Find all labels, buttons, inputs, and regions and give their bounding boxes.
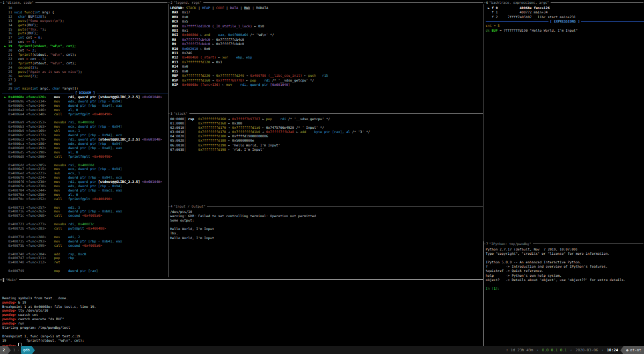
terminal-line: R10 0x602010 ← 0x0 [170, 47, 484, 51]
pane-border-vertical-right-top[interactable] [484, 4, 484, 241]
pane-backtrace-expressions[interactable]: ─6"backtrace, expressions, args" ► f 0 4… [484, 0, 644, 241]
terminal-line: 07:0038│ 0x7fffffffd198 ← 'rld, I'm Inpu… [170, 148, 484, 152]
pane-title-stack: ─3"stack" [168, 111, 484, 115]
terminal-line: 0x4006d5 <func+198> mov al, 0 [2, 150, 168, 154]
terminal-line: Breakpoint 1 at 0x40068e: file test.c, l… [2, 305, 484, 309]
terminal-line [486, 256, 644, 260]
terminal-line: 26 second(2); [2, 74, 168, 78]
disasm-code-content: 10 11 void func(int arg) { 12 char BUF[1… [0, 4, 168, 273]
border-dash: ─ [0, 278, 2, 282]
pane-input-output[interactable]: ─4"Input / Output" /dev/pts/10warning: G… [168, 204, 484, 277]
terminal-line: f 2 7ffff7a05b97 __libc_start_main+231 [486, 15, 644, 19]
terminal-line: 17 int cnt = 0; [2, 35, 168, 40]
host-icon: ● [626, 348, 628, 352]
terminal-line: 0x40070a <func+250> mov al, 0 [2, 193, 168, 197]
terminal-line: 24 second(3); [2, 65, 168, 70]
pane-number: 3 [171, 112, 173, 115]
terminal-line: Starting program: /tmp/pwndbg/test [2, 326, 484, 330]
terminal-line [2, 201, 168, 205]
terminal-line: /dev/pts/10 [170, 210, 484, 214]
terminal-line: Python 2.7.17 (default, Nov 7 2019, 10:0… [486, 247, 644, 252]
ipython-content: Python 2.7.17 (default, Nov 7 2019, 10:0… [484, 246, 644, 291]
pane-stack[interactable]: ─3"stack" 00:0000│ rsp 0x7fffffffd160 → … [168, 111, 484, 204]
chevron-left-icon: ‹ [569, 348, 573, 352]
terminal-line: 00:0000│ rsp 0x7fffffffd160 → 0x7ffff7b9… [170, 117, 484, 121]
session-indicator[interactable]: 2 [0, 346, 8, 354]
pane-title-disasm-code: ─1"disasm, code" [0, 0, 168, 4]
terminal-line [2, 159, 168, 163]
terminal-line: 0x400696 <func+134> mov edx, dword ptr [… [2, 99, 168, 104]
terminal-line: R12 0x4004b0 (_start) ← xor ebp, ebp [170, 55, 484, 60]
terminal-line: 0x400735 <func+293> mov dword ptr [rbp -… [2, 239, 168, 244]
window-name-gdb[interactable]: gdb [21, 346, 32, 354]
terminal-line: RIP 0x40068e (func+126) ← mov rdi, qword… [170, 83, 484, 87]
terminal-line: Type "copyright", "credits" or "license"… [486, 252, 644, 256]
terminal-line: f 1 400772 main+34 [486, 10, 644, 14]
terminal-line: 29 int main(int argc, char *argv[]) [2, 86, 168, 91]
terminal-line: 0x400716 <func+262> mov dword ptr [rbp -… [2, 209, 168, 213]
terminal-line [486, 282, 644, 286]
terminal-line: 19 fprintf(stdout, "%d\n", cnt); [2, 338, 484, 343]
load-average: 0.0 0.1 0.1 [540, 348, 569, 352]
pane-border-vertical-right-bottom[interactable] [484, 241, 484, 346]
terminal-line: Breakpoint 1, func (arg=5) at test.c:19 [2, 334, 484, 338]
terminal-line: R15 0x0 [170, 69, 484, 73]
border-line [35, 2, 167, 3]
terminal-line [2, 264, 168, 269]
terminal-line: object? -> Details about 'object', use '… [486, 278, 644, 282]
terminal-line: 18 cnt += 5; [2, 40, 168, 44]
terminal-line: RDX 0x7ffff7dd18c0 (_IO_stdfile_1_lock) … [170, 24, 484, 28]
backtrace-content: ► f 0 40068e func+126 f 1 400772 main+34… [484, 4, 644, 33]
terminal-line: 0x400711 <func+257> mov edi, 3 [2, 205, 168, 210]
terminal-line: RDI 0x1 [170, 28, 484, 33]
terminal-line: pwndbg> b 19 [2, 300, 484, 305]
border-dash: ─ [168, 1, 170, 4]
terminal-line: 01:0008│ 0x7fffffffd168 ← 0x380 [170, 121, 484, 126]
terminal-line: 20 cnt *= 2; [2, 48, 168, 53]
tmux-status-bar: 2 1 › gdb ↑ 1d 23h 49m ‹ 0.0 0.1 0.1 ‹ 2… [0, 346, 644, 354]
border-line [19, 279, 483, 280]
pane-registers[interactable]: ─2"legend, regs" LEGEND: STACK | HEAP | … [168, 0, 484, 111]
terminal-line: 0x40071c <func+268> call second <0x4005a… [2, 213, 168, 218]
terminal-line: ds BUF = 7fffffffd190 "Hello World, I'm … [486, 28, 644, 33]
pane-number: 4 [171, 204, 173, 208]
chevron-left-icon: ‹ [535, 348, 539, 352]
pane-title-text: "disasm, code" [5, 1, 33, 4]
terminal-line: 0x4006dd <func+205> movabs rsi, 0x40080d [2, 163, 168, 167]
terminal-line: 0x4006d0 <func+192> mov dword ptr [rbp -… [2, 146, 168, 150]
pane-border-vertical-left[interactable] [168, 4, 169, 277]
border-dash: ─ [0, 1, 2, 4]
terminal-line: 28 [2, 82, 168, 86]
terminal-line: 15 puts("Thx. "); [2, 27, 168, 32]
terminal-line: 03:0018│ 0x7fffffffd178 → 0x7fffffffd1b0… [170, 130, 484, 134]
pane-title-text: "stack" [173, 112, 187, 115]
pane-disasm-code[interactable]: ─1"disasm, code" 10 11 void func(int arg… [0, 0, 168, 277]
terminal-line: 0x4006b3 <func+163> mov ecx, dword ptr [… [2, 124, 168, 129]
terminal-line: Hello World, I'm Input [170, 227, 484, 231]
terminal-line: RAX 0x17 [170, 10, 484, 14]
border-line [533, 244, 643, 244]
terminal-line: 0x4006c2 <func+178> mov rdi, qword ptr [… [2, 137, 168, 142]
terminal-line: RBP 0x7fffffffd220 → 0x7fffffffd240 → 0x… [170, 73, 484, 78]
chevron-right-icon: › [17, 348, 20, 352]
pane-title-text: "Input / Output" [173, 204, 206, 208]
terminal-line: 0x4006a2 <func+146> mov al, 0 [2, 108, 168, 112]
border-dash: ─ [484, 1, 486, 4]
pane-main-console[interactable]: ─5"Main" Reading symbols from test...don… [0, 277, 484, 346]
border-line [551, 2, 643, 3]
terminal-line [2, 231, 168, 235]
pane-ipython[interactable]: ─7"IPython: tmp/pwndbg" Python 2.7.17 (d… [484, 241, 644, 346]
terminal-line [2, 330, 484, 334]
terminal-line: 0x400749 nop dword ptr [rax] [2, 269, 168, 273]
powerline-arrow-icon [32, 346, 35, 354]
hostname-label: at-at [630, 348, 641, 352]
window-name-label: gdb [23, 348, 30, 352]
terminal-line: 10 [2, 6, 168, 10]
window-index[interactable]: 1 [11, 348, 17, 352]
pane-title-text: "Main" [5, 278, 17, 282]
pane-title-text: "backtrace, expressions, args" [489, 1, 549, 4]
terminal-line: 21 fprintf(stdout, "%d\n", cnt); [2, 53, 168, 57]
terminal-line: 05:0028│ 0x7fffffffd188 ← 0x50000000e [170, 138, 484, 143]
terminal-line: pwndbg> cwatch execute "ds BUF" [2, 317, 484, 321]
terminal-line: 0x400721 <func+273> movabs rdi, 0x40083c [2, 222, 168, 226]
